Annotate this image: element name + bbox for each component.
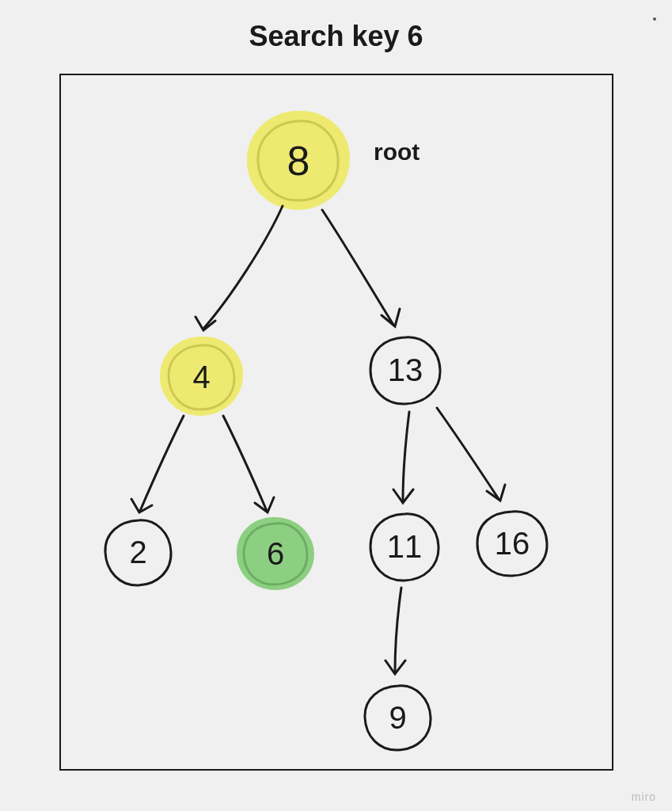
node-11-value: 11 xyxy=(387,529,423,565)
edge-11-9 xyxy=(378,584,417,683)
node-2-value: 2 xyxy=(129,535,146,570)
node-16: 16 xyxy=(473,507,552,580)
edge-13-11 xyxy=(385,408,425,511)
node-2: 2 xyxy=(101,515,176,590)
node-13: 13 xyxy=(366,333,445,408)
edge-8-4 xyxy=(180,202,298,345)
node-9-value: 9 xyxy=(389,700,406,736)
node-6-value: 6 xyxy=(267,536,284,572)
diagram-frame: 8 root 4 13 xyxy=(59,74,613,771)
node-13-value: 13 xyxy=(388,352,423,388)
edge-8-13 xyxy=(314,206,417,337)
node-16-value: 16 xyxy=(495,526,530,562)
root-label: root xyxy=(374,139,420,166)
edge-4-2 xyxy=(120,412,199,523)
decorative-dot xyxy=(653,17,656,21)
node-9: 9 xyxy=(360,681,435,754)
node-4-value: 4 xyxy=(192,360,210,395)
edge-13-16 xyxy=(429,404,516,511)
diagram-title: Search key 6 xyxy=(249,20,423,53)
node-8-value: 8 xyxy=(287,137,310,185)
node-11: 11 xyxy=(366,509,443,584)
watermark: miro xyxy=(632,790,656,803)
edge-4-6 xyxy=(215,412,287,523)
